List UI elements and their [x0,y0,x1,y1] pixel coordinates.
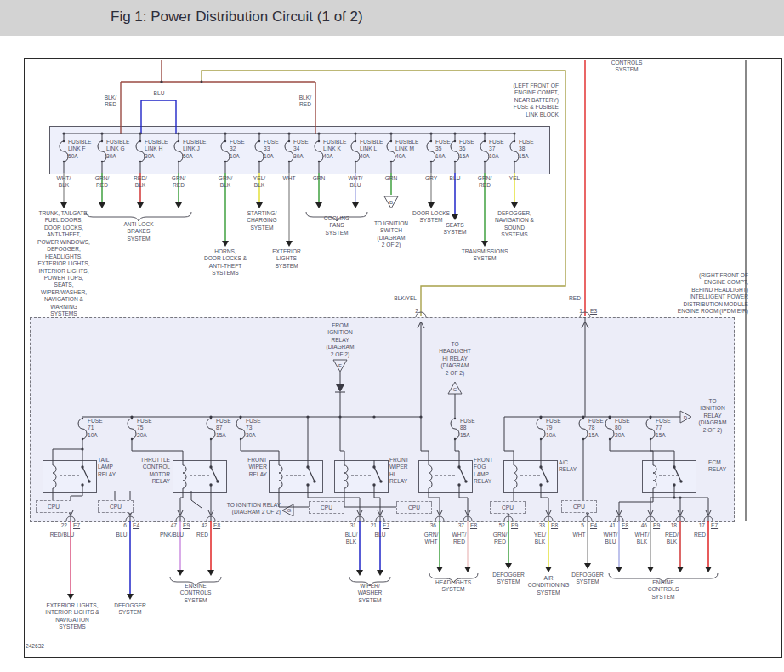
pin-wire-color: RED/BLU [46,532,78,538]
pin-number: 18 [660,522,677,529]
ipdm-pin-2: 2 [406,308,418,315]
wire-label-blk-red-right: BLK/ RED [282,94,311,109]
pin-wire-color: BLU [105,532,138,538]
cpu-label: CPU [321,504,332,510]
pin-connector: E8 [470,522,484,529]
dest-starting-charging: STARTING/ CHARGING SYSTEM [232,210,292,231]
pin-number: 46 [630,522,647,529]
relay-label-front-wiper-hi: FRONT WIPER HI RELAY [389,457,423,486]
ipdm-note: (RIGHT FRONT OF ENGINE COMPT, BEHIND HEA… [628,272,748,316]
fuse-label: FUSE 37 10A [489,139,523,160]
wire-color-label: YEL/ BLK [242,175,276,190]
fuse-label: FUSE 36 15A [459,139,493,160]
dest-exterior-interior-nav: EXTERIOR LIGHTS, INTERIOR LIGHTS & NAVIG… [34,602,111,631]
relay-label-front-fog: FRONT FOG LAMP RELAY [474,457,508,486]
pin-number: 47 [160,522,177,529]
page-title: Fig 1: Power Distribution Circuit (1 of … [111,9,363,26]
wire-color-label: BLU [438,175,472,182]
pin-connector: E7 [711,522,724,529]
dest-exterior-lights: EXTERIOR LIGHTS SYSTEM [257,248,316,270]
wire-color-label: GRN/ RED [468,175,502,190]
relay-label-tail-lamp: TAIL LAMP RELAY [98,457,132,478]
relay-label-ecm: ECM RELAY [708,459,739,474]
fuse-label: FUSE 87 15A [216,418,250,439]
cpu-label: CPU [110,504,122,510]
fuse-label: FUSIBLE LINK F 50A [68,139,102,160]
pin-wire-color: WHT/ BLK [626,532,658,546]
pin-number: 31 [339,522,356,529]
pin-wire-color: PNK/BLU [156,532,188,538]
pin-wire-color: WHT/ BLU [594,532,627,546]
cpu-label: CPU [408,504,420,510]
wire-color-label: YEL [497,175,531,182]
fuse-label: FUSE 73 30A [246,418,280,439]
cpu-label: CPU [573,504,585,510]
wire-color-label: GRN/ RED [85,175,119,190]
dest-anti-lock-brakes: ANTI-LOCK BRAKES SYSTEM [109,221,168,242]
dest-trunk-systems: TRUNK, TAILGATE, FUEL DOORS, DOOR LOCKS,… [26,210,102,318]
fuse-label: FUSE 71 10A [88,418,122,439]
pin-wire-color: GRN/ RED [484,532,516,546]
cpu-label: CPU [502,504,514,510]
ipdm-pin-1: 1 [571,308,582,315]
note-to-ignition-relay-left: TO IGNITION RELAY (DIAGRAM 2 OF 2) [209,502,281,516]
relay-label-throttle: THROTTLE CONTROL MOTOR RELAY [131,457,170,486]
wire-label-blu: BLU [145,90,173,97]
fuse-label: FUSE 88 15A [460,418,494,439]
triangle-e-letter: E [338,363,342,368]
dest-seats: SEATS SYSTEM [425,222,485,236]
cpu-box: CPU [36,500,71,513]
pin-number: 36 [419,522,436,529]
wire-color-label: RED/ BLK [123,175,157,190]
pin-connector: E7 [383,522,396,529]
cpu-box: CPU [396,501,432,514]
relay-label-front-wiper: FRONT WIPER RELAY [228,457,267,478]
fuse-label: FUSIBLE LINK H 30A [145,139,179,160]
dest-wiper-washer: WIPER/ WASHER SYSTEM [340,583,400,604]
wire-label-blk-red-left: BLK/ RED [88,94,116,109]
fuse-label: FUSE 33 10A [264,139,298,160]
cpu-box: CPU [490,501,526,514]
note-to-ignition-relay-right: TO IGNITION RELAY (DIAGRAM 2 OF 2) [690,398,735,434]
fuse-label: FUSIBLE LINK L 40A [360,139,394,160]
triangle-b-letter: B [389,200,393,205]
triangle-c-letter: C [453,387,457,392]
wire-color-label: GRN/ RED [162,175,196,190]
wire-color-label: GRN [374,175,408,182]
triangle-g-letter: G [287,508,292,513]
dest-engine-controls: ENGINE CONTROLS SYSTEM [633,579,693,601]
pin-connector: E4 [133,522,146,529]
pin-number: 17 [688,522,705,529]
cpu-box: CPU [309,501,344,514]
fuse-label: FUSIBLE LINK M 40A [395,139,429,160]
fuse-label: FUSIBLE LINK J 50A [183,139,217,160]
pin-wire-color: YEL/ BLK [524,532,556,546]
pin-wire-color: BLU [364,532,396,538]
fuse-label: FUSE 75 20A [137,418,171,439]
pin-number: 42 [190,522,207,529]
pin-connector: E8 [213,522,227,529]
dest-headlights: HEADLIGHTS SYSTEM [423,579,483,594]
pin-number: 5 [567,522,584,529]
wire-color-label: WHT/ BLU [338,175,372,190]
pin-connector: E9 [511,522,525,529]
dest-horns: HORNS, DOOR LOCKS & ANTI-THEFT SYSTEMS [191,248,259,277]
fuse-label: FUSE 38 15A [519,139,553,160]
pin-number: 52 [488,522,505,529]
pin-number: 37 [447,522,464,529]
pin-number: 6 [110,522,127,529]
pin-wire-color: BLU/ BLK [335,532,367,546]
pin-number: 33 [528,522,545,529]
wire-color-label: WHT [272,175,306,182]
fuse-label: FUSE 80 20A [615,418,649,439]
fuse-label: FUSIBLE LINK G 30A [106,139,140,160]
doc-number: 242632 [26,643,77,650]
ipdm-conn-e3: E3 [590,308,605,315]
note-from-ignition-relay: FROM IGNITION RELAY (DIAGRAM 2 OF 2) [310,322,370,358]
pin-connector: E7 [73,522,87,529]
pin-wire-color: WHT/ RED [443,532,475,546]
pin-connector: E8 [551,522,565,529]
cpu-label: CPU [48,504,60,510]
fuse-label: FUSE 79 10A [546,418,580,439]
wire-color-label: WHT/ BLK [47,175,81,190]
